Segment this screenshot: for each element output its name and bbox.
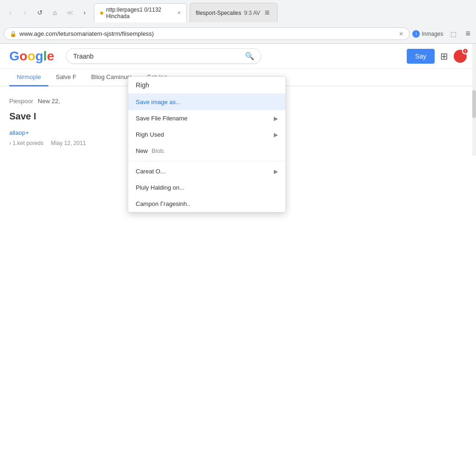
context-menu-item-campon[interactable]: Campon Ггagesіnh.. [128, 196, 285, 212]
context-menu-item-righ-used[interactable]: Righ Used ▶ [128, 126, 285, 143]
omnibar[interactable]: 🔒 www.age.com/letursomariatem-sjstrm/fii… [4, 27, 410, 40]
ext-indicator: i Inmages [412, 30, 443, 38]
context-menu-header: Righ [128, 77, 285, 94]
ext-label: Inmages [422, 31, 443, 37]
home-button[interactable]: ⌂ [48, 6, 61, 19]
cast-button[interactable]: ⬚ [447, 27, 460, 40]
back-button[interactable]: ‹ [4, 6, 17, 19]
tab2-label: filesport-Specalles [196, 10, 241, 16]
page-content: Google 🔍 Say ⊞ ! Nirmople Salve F Bliog … [0, 44, 476, 156]
browser-top-bar: ‹ › ↺ ⌂ ≪ › ■ nttp:ilerpages1 0/1132 Hin… [0, 0, 476, 25]
careat-label: Careat O... [136, 168, 274, 175]
context-menu-item-new[interactable]: New Blob. [128, 143, 285, 159]
omnibar-close[interactable]: ✕ [399, 31, 403, 37]
context-menu-overlay: Righ Save image as... Save File Filename… [0, 44, 476, 156]
context-menu: Righ Save image as... Save File Filename… [128, 76, 286, 212]
tab-close-1[interactable]: ✕ [177, 10, 181, 15]
righ-used-label: Righ Used [136, 131, 274, 138]
tab-favicon: ■ [100, 10, 103, 16]
context-menu-item-save-file[interactable]: Save File Filename ▶ [128, 110, 285, 126]
browser-chrome: ‹ › ↺ ⌂ ≪ › ■ nttp:ilerpages1 0/1132 Hin… [0, 0, 476, 44]
reload-button[interactable]: ↺ [33, 6, 46, 19]
back2-button[interactable]: ≪ [63, 6, 76, 19]
omnibar-url: www.age.com/letursomariatem-sjstrm/fiise… [20, 30, 396, 37]
tab2-time: 9:3 AV [244, 10, 260, 16]
tab-label: nttp:ilerpages1 0/1132 Hinchada [106, 7, 174, 20]
pluly-label: Pluly Halding on... [136, 184, 278, 191]
new-label: New [136, 147, 148, 154]
save-image-label: Save image as... [136, 99, 278, 106]
arrow-icon-1: ▶ [274, 115, 278, 122]
arrow-icon-2: ▶ [274, 132, 278, 138]
tab-2[interactable]: filesport-Specalles 9:3 AV ≡ [190, 3, 278, 22]
campon-label: Campon Ггagesіnh.. [136, 200, 278, 207]
forward2-button[interactable]: › [78, 6, 91, 19]
context-menu-item-careat[interactable]: Careat O... ▶ [128, 163, 285, 179]
new-item-container: New Blob. [136, 147, 278, 154]
security-icon: 🔒 [10, 31, 17, 37]
context-menu-item-pluly[interactable]: Pluly Halding on... [128, 179, 285, 196]
new-sublabel: Blob. [152, 147, 165, 154]
save-file-label: Save File Filename [136, 115, 274, 122]
context-menu-item-save-image[interactable]: Save image as... [128, 94, 285, 110]
browser-menu-button[interactable]: ≡ [263, 6, 272, 20]
tab-1[interactable]: ■ nttp:ilerpages1 0/1132 Hinchada ✕ [94, 3, 187, 22]
forward-button[interactable]: › [19, 6, 32, 19]
nav-buttons: ‹ › ↺ ⌂ ≪ › [4, 6, 91, 19]
info-icon: i [412, 30, 420, 38]
menu-divider [128, 161, 285, 161]
arrow-icon-3: ▶ [274, 168, 278, 175]
settings-menu-button[interactable]: ≡ [463, 27, 472, 40]
omnibar-right: i Inmages ⬚ ≡ [412, 27, 472, 40]
omnibar-row: 🔒 www.age.com/letursomariatem-sjstrm/fii… [0, 25, 476, 43]
